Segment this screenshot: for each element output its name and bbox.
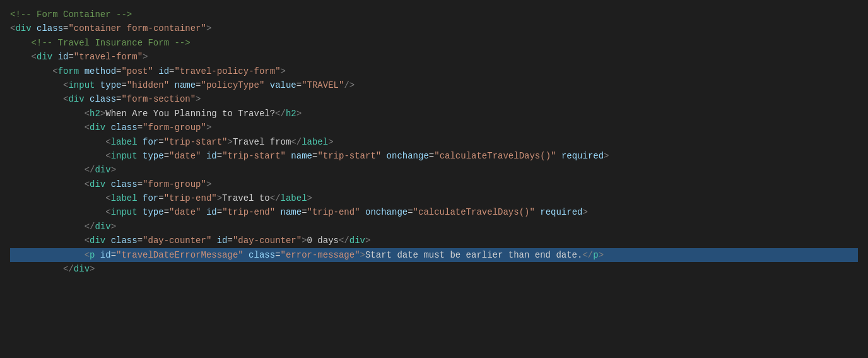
code-line: <div class="container form-container"> <box>10 21 858 35</box>
code-editor: <!-- Form Container --><div class="conta… <box>0 5 868 278</box>
code-line: <h2>When Are You Planning to Travel?</h2… <box>10 107 858 121</box>
code-line: <input type="date" id="trip-end" name="t… <box>10 205 858 219</box>
code-line: <input type="hidden" name="policyType" v… <box>10 78 858 92</box>
code-line: <div class="form-group"> <box>10 121 858 134</box>
code-line: <input type="date" id="trip-start" name=… <box>10 149 858 163</box>
code-line: <div id="travel-form"> <box>10 50 858 64</box>
code-line: </div> <box>10 163 858 177</box>
code-line: </div> <box>10 262 858 276</box>
code-line: <!-- Form Container --> <box>10 8 858 21</box>
code-line: </div> <box>10 220 858 234</box>
code-line: <label for="trip-end">Travel to</label> <box>10 191 858 205</box>
code-line: <!-- Travel Insurance Form --> <box>10 36 858 50</box>
code-line: <div class="day-counter" id="day-counter… <box>10 234 858 248</box>
code-line: <div class="form-section"> <box>10 92 858 106</box>
code-line: <form method="post" id="travel-policy-fo… <box>10 64 858 78</box>
code-line: <label for="trip-start">Travel from</lab… <box>10 135 858 149</box>
code-line: <p id="travelDateErrorMessage" class="er… <box>10 248 858 262</box>
code-line: <div class="form-group"> <box>10 177 858 191</box>
